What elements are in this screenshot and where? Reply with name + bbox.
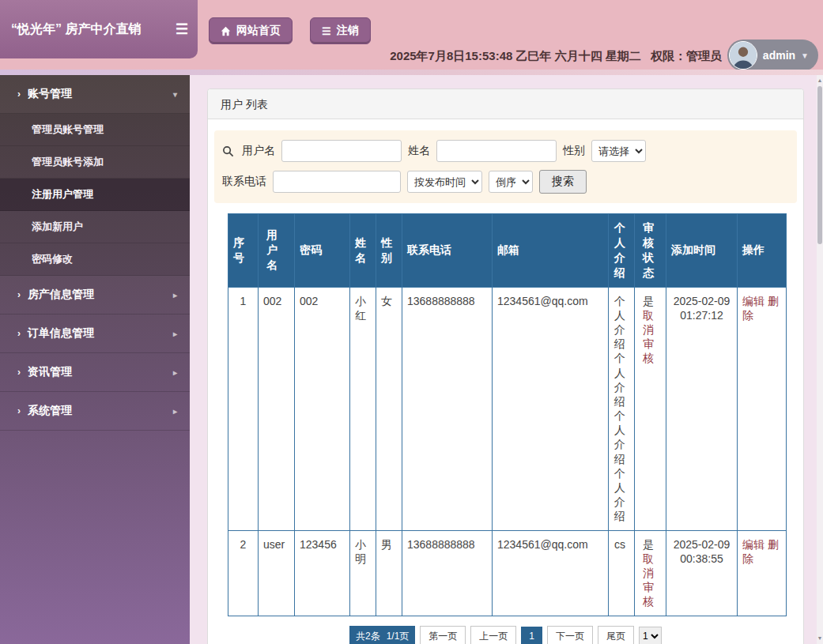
sidebar-item-admin-account-add[interactable]: 管理员账号添加 — [0, 146, 190, 179]
cell-intro: cs — [609, 530, 635, 616]
permission-text: 权限：管理员 — [651, 49, 722, 62]
logout-button-label: 注销 — [337, 24, 359, 38]
gender-field-label: 性别 — [563, 144, 585, 158]
chevron-down-icon: ▾ — [173, 90, 177, 99]
cancel-audit-link[interactable]: 取消审核 — [643, 309, 654, 365]
sidebar-item-label: 系统管理 — [28, 404, 72, 418]
sidebar-item-system-management[interactable]: › 系统管理 ▸ — [0, 392, 190, 431]
cell-email: 1234561@qq.com — [493, 287, 609, 530]
table-row: 2 user 123456 小明 男 13688888888 1234561@q… — [228, 530, 787, 616]
pagination-first-button[interactable]: 第一页 — [420, 626, 466, 644]
audit-status-text: 是 — [643, 538, 654, 551]
pagination-last-button[interactable]: 尾页 — [598, 626, 634, 644]
username-label: admin — [763, 49, 795, 62]
col-header-username: 用户名 — [259, 214, 295, 288]
sort-field-select[interactable]: 按发布时间 — [407, 171, 482, 193]
sidebar-item-add-new-user[interactable]: 添加新用户 — [0, 211, 190, 243]
home-icon — [221, 26, 231, 36]
chevron-right-icon: › — [17, 89, 21, 100]
col-header-intro: 个人介绍 — [609, 214, 635, 288]
cell-password: 002 — [295, 287, 350, 530]
cell-audit: 是 取消审核 — [635, 287, 666, 530]
chevron-right-icon: › — [17, 289, 21, 300]
cell-name: 小明 — [350, 530, 376, 616]
chevron-right-icon: ▸ — [173, 407, 177, 416]
cell-actions: 编辑 删除 — [738, 530, 787, 616]
sidebar-item-label: 订单信息管理 — [28, 326, 94, 341]
sidebar-item-news-management[interactable]: › 资讯管理 ▸ — [0, 353, 190, 392]
pagination-summary-badge: 共2条 1/1页 — [349, 626, 415, 644]
col-header-email: 邮箱 — [493, 214, 609, 288]
submenu-item-label: 添加新用户 — [32, 220, 83, 234]
cell-email: 1234561@qq.com — [493, 530, 609, 616]
pagination-page-select[interactable]: 1 — [639, 627, 662, 644]
chevron-right-icon: › — [17, 328, 21, 339]
pagination-prev-button[interactable]: 上一页 — [470, 626, 516, 644]
sidebar-item-label: 资讯管理 — [28, 365, 72, 379]
pagination-next-button[interactable]: 下一页 — [547, 626, 593, 644]
pagination-current-page[interactable]: 1 — [521, 627, 542, 644]
name-input[interactable] — [436, 140, 557, 162]
home-button-label: 网站首页 — [236, 24, 281, 38]
pagination-page-info: 1/1页 — [387, 630, 410, 643]
pagination: 共2条 1/1页 第一页 上一页 1 下一页 尾页 1 — [208, 626, 803, 644]
cancel-audit-link[interactable]: 取消审核 — [643, 552, 654, 608]
submenu-item-label: 管理员账号添加 — [32, 155, 104, 169]
sidebar-item-order-info-management[interactable]: › 订单信息管理 ▸ — [0, 314, 190, 353]
scrollbar-thumb[interactable] — [817, 86, 822, 244]
hamburger-menu-icon[interactable]: ☰ — [176, 22, 188, 36]
scroll-down-icon[interactable]: ▼ — [817, 635, 823, 642]
cell-phone: 13688888888 — [402, 287, 493, 530]
cell-added-time: 2025-02-09 01:27:12 — [666, 287, 738, 530]
edit-link[interactable]: 编辑 — [742, 295, 764, 307]
sidebar-item-admin-account-management[interactable]: 管理员账号管理 — [0, 114, 190, 146]
cell-intro: 个人介绍个人介绍个人介绍个人介绍 — [609, 287, 635, 530]
brand-block: “悦光年” 房产中介直销 ☰ — [0, 0, 198, 58]
submenu-item-label: 注册用户管理 — [32, 187, 93, 201]
cell-password: 123456 — [295, 530, 350, 616]
search-button[interactable]: 搜索 — [539, 170, 587, 194]
home-button[interactable]: 网站首页 — [209, 17, 293, 44]
user-menu[interactable]: admin ▼ — [727, 40, 818, 71]
sidebar-item-password-change[interactable]: 密码修改 — [0, 243, 190, 276]
col-header-phone: 联系电话 — [402, 214, 493, 288]
cell-added-time: 2025-02-09 00:38:55 — [666, 530, 738, 616]
table-row: 1 002 002 小红 女 13688888888 1234561@qq.co… — [228, 287, 787, 530]
audit-status-text: 是 — [643, 295, 654, 307]
header-meta: 2025年7月8日15:53:48 乙巳年 六月十四 星期二 权限：管理员 — [390, 49, 722, 64]
scrollbar-track[interactable]: ▲ ▼ — [817, 75, 823, 644]
top-navigation: 网站首页 ☰ 注销 — [209, 17, 371, 44]
sidebar-item-label: 房产信息管理 — [28, 288, 94, 302]
user-list-panel: 用户 列表 用户名 姓名 性别 请选择 联系电话 按发布时间 — [207, 89, 804, 644]
col-header-added: 添加时间 — [666, 214, 738, 288]
cell-gender: 女 — [376, 287, 402, 530]
sidebar-item-registered-user-management[interactable]: 注册用户管理 — [0, 179, 190, 211]
scroll-up-icon[interactable]: ▲ — [817, 77, 823, 85]
col-header-audit: 审核状态 — [635, 214, 666, 288]
search-icon — [222, 145, 234, 157]
sidebar-item-account-management[interactable]: › 账号管理 ▾ — [0, 75, 190, 114]
list-icon: ☰ — [322, 25, 331, 37]
username-field-label: 用户名 — [242, 144, 275, 158]
cell-username: user — [259, 530, 295, 616]
chevron-right-icon: ▸ — [173, 291, 177, 299]
username-input[interactable] — [281, 140, 402, 162]
sort-order-select[interactable]: 倒序 — [489, 171, 533, 193]
edit-link[interactable]: 编辑 — [742, 538, 764, 551]
brand-title: “悦光年” 房产中介直销 — [11, 21, 141, 38]
sidebar-item-property-info-management[interactable]: › 房产信息管理 ▸ — [0, 276, 190, 314]
chevron-right-icon: › — [17, 367, 21, 378]
table-header-row: 序号 用户名 密码 姓名 性别 联系电话 邮箱 个人介绍 审核状态 添加时间 操… — [228, 214, 787, 288]
search-form: 用户名 姓名 性别 请选择 联系电话 按发布时间 倒序 搜索 — [214, 130, 797, 203]
search-row-1: 用户名 姓名 性别 请选择 — [222, 140, 789, 162]
name-field-label: 姓名 — [408, 144, 430, 158]
phone-input[interactable] — [273, 171, 401, 193]
gender-select[interactable]: 请选择 — [591, 140, 646, 162]
datetime-text: 2025年7月8日15:53:48 乙巳年 六月十四 星期二 — [390, 49, 641, 62]
phone-field-label: 联系电话 — [222, 175, 266, 189]
logout-button[interactable]: ☰ 注销 — [310, 17, 371, 44]
avatar — [729, 41, 757, 70]
account-submenu: 管理员账号管理 管理员账号添加 注册用户管理 添加新用户 密码修改 — [0, 114, 190, 276]
cell-seq: 2 — [228, 530, 259, 616]
search-row-2: 联系电话 按发布时间 倒序 搜索 — [222, 170, 789, 194]
